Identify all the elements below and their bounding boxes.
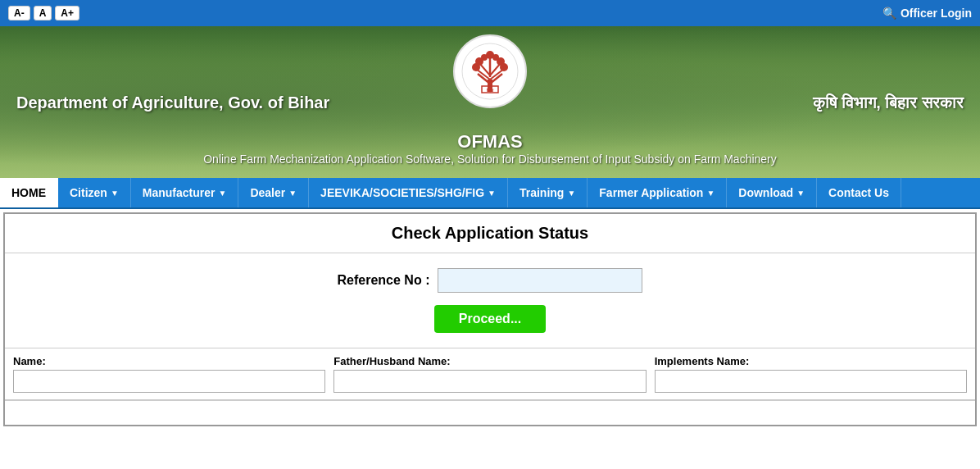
proceed-btn-row: Proceed... [21,305,959,333]
empty-row [5,400,975,425]
father-input[interactable] [333,370,646,393]
font-increase-button[interactable]: A+ [55,6,79,20]
name-field-container: Name: [13,355,325,393]
nav-training-label: Training [519,186,564,199]
ofmas-subtitle: Online Farm Mechanization Application So… [0,153,980,166]
ofmas-title: OFMAS [0,131,980,153]
form-section: Reference No : Proceed... [5,253,975,348]
chevron-down-icon: ▼ [111,189,119,198]
chevron-down-icon: ▼ [567,189,575,198]
dept-left-text: Department of Agriculture, Gov. of Bihar [16,93,329,112]
nav-download[interactable]: Download ▼ [727,178,817,207]
nav-manufacturer-label: Manufacturer [143,186,216,199]
header-banner: Department of Agriculture, Gov. of Bihar… [0,26,980,178]
svg-point-14 [481,54,488,61]
dept-right-text: कृषि विभाग, बिहार सरकार [813,93,964,112]
svg-text:बिहार: बिहार [486,88,494,93]
nav-jeevika[interactable]: JEEVIKA/SOCIETIES/SHG/FIG ▼ [309,178,508,207]
font-decrease-button[interactable]: A- [8,6,30,20]
result-section: Name: Father/Husband Name: Implements Na… [5,348,975,400]
officer-login-link[interactable]: 🔍 Officer Login [882,7,972,20]
result-fields: Name: Father/Husband Name: Implements Na… [13,355,967,393]
father-label: Father/Husband Name: [333,355,646,367]
top-bar: A- A A+ 🔍 Officer Login [0,0,980,26]
implements-input[interactable] [655,370,967,393]
proceed-button[interactable]: Proceed... [434,305,546,333]
chevron-down-icon: ▼ [288,189,297,198]
nav-jeevika-label: JEEVIKA/SOCIETIES/SHG/FIG [320,186,484,199]
logo-circle: बिहार [453,34,527,108]
svg-point-15 [492,54,499,61]
nav-download-label: Download [738,186,793,199]
chevron-down-icon: ▼ [706,189,715,198]
chevron-down-icon: ▼ [218,189,226,198]
nav-contact-us-label: Contact Us [828,186,889,199]
reference-row: Reference No : [21,268,959,293]
font-controls: A- A A+ [8,6,79,20]
name-label: Name: [13,355,325,367]
nav-home[interactable]: HOME [0,178,58,207]
chevron-down-icon: ▼ [796,189,805,198]
nav-citizen[interactable]: Citizen ▼ [58,178,131,207]
officer-login-label: Officer Login [901,7,972,20]
nav-farmer-application[interactable]: Farmer Application ▼ [588,178,727,207]
nav-dealer-label: Dealer [250,186,285,199]
father-field-container: Father/Husband Name: [333,355,646,393]
reference-input[interactable] [438,268,642,293]
header-titles: OFMAS Online Farm Mechanization Applicat… [0,131,980,166]
search-icon: 🔍 [882,7,896,20]
reference-label: Reference No : [338,273,430,288]
nav-manufacturer[interactable]: Manufacturer ▼ [131,178,239,207]
name-input[interactable] [13,370,325,393]
main-content: Check Application Status Reference No : … [3,212,977,426]
implements-field-container: Implements Name: [655,355,967,393]
nav-dealer[interactable]: Dealer ▼ [238,178,309,207]
nav-contact-us[interactable]: Contact Us [817,178,901,207]
nav-home-label: HOME [11,186,46,199]
navbar: HOME Citizen ▼ Manufacturer ▼ Dealer ▼ J… [0,178,980,209]
logo-svg: बिहार [461,43,519,100]
section-title: Check Application Status [5,214,975,253]
font-normal-button[interactable]: A [34,6,52,20]
chevron-down-icon: ▼ [488,189,496,198]
svg-point-13 [500,63,508,71]
nav-training[interactable]: Training ▼ [508,178,588,207]
nav-citizen-label: Citizen [70,186,107,199]
implements-label: Implements Name: [655,355,967,367]
nav-farmer-application-label: Farmer Application [599,186,703,199]
